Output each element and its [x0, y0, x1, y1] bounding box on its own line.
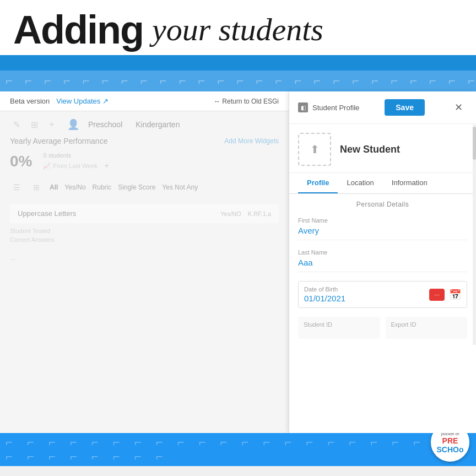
export-id-field[interactable]: Export ID [386, 317, 468, 339]
correct-answers-row: Correct Answers [10, 236, 279, 243]
ellipsis-row: ... [10, 254, 279, 262]
export-id-value [391, 330, 462, 334]
filter-row: ☰ ⊞ All Yes/No Rubric Single Score Yes N… [10, 176, 279, 198]
student-id-field[interactable]: Student ID [298, 317, 380, 339]
subject-name: Uppercase Letters [18, 209, 76, 218]
score-area: 0% 0 students 📈 From Last Week + [10, 152, 279, 171]
avatar-upload[interactable]: ⬆ [298, 133, 331, 166]
students-count: 0 students [43, 152, 109, 159]
student-tested-label: Student Tested [10, 228, 279, 234]
person-icon: 👤 [67, 118, 79, 131]
filter-grid-icon[interactable]: ⊞ [30, 181, 43, 194]
last-name-value[interactable]: Aaa [298, 258, 467, 272]
from-last-week: From Last Week [53, 163, 98, 169]
profile-header: ◧ Student Profile Save ✕ [289, 91, 476, 124]
edit-icon[interactable]: ✎ [10, 118, 23, 131]
subject-row: Uppercase Letters Yes/NO K.RF.1.a [10, 204, 279, 223]
header-section: Adding your students [0, 0, 476, 55]
tab-preschool[interactable]: Preschool [84, 118, 127, 131]
student-id-label: Student ID [304, 321, 375, 328]
filter-rubric[interactable]: Rubric [93, 183, 112, 191]
bottom-footer: pocket of PRE SCHOo [0, 433, 476, 466]
tab-profile[interactable]: Profile [298, 173, 338, 193]
personal-details-label: Personal Details [289, 194, 476, 213]
tab-information[interactable]: Information [383, 173, 436, 193]
title-your-students: your students [152, 14, 323, 46]
filter-single-score[interactable]: Single Score [118, 183, 155, 191]
top-bar: Beta version View Updates ↗ ↔ Return to … [0, 91, 289, 111]
main-content: Beta version View Updates ↗ ↔ Return to … [0, 91, 476, 433]
left-panel: Beta version View Updates ↗ ↔ Return to … [0, 91, 289, 433]
student-tested-row: Student Tested [10, 228, 279, 234]
avatar-area: ⬆ New Student [289, 124, 476, 173]
save-button[interactable]: Save [385, 99, 425, 116]
left-inner-content: ✎ ⊞ + 👤 Preschool Kindergarten Yearly Av… [0, 111, 289, 268]
clear-icon: ··· [434, 291, 439, 298]
dob-clear-button[interactable]: ··· [429, 289, 445, 301]
student-id-value [304, 330, 375, 334]
performance-row: Yearly Average Performance Add More Widg… [10, 137, 279, 145]
calendar-icon[interactable]: 📅 [449, 289, 461, 301]
logo-school-text: SCHOo [437, 445, 464, 454]
perf-title: Yearly Average Performance [10, 137, 107, 145]
filter-list-icon[interactable]: ☰ [10, 181, 23, 194]
filter-yesno[interactable]: Yes/No [64, 183, 85, 191]
export-id-label: Export ID [391, 321, 462, 328]
title-adding: Adding [13, 10, 143, 50]
dob-value[interactable]: 01/01/2021 [304, 294, 345, 303]
chart-icon: 📈 [43, 163, 51, 170]
profile-tabs: Profile Location Information [289, 173, 476, 194]
beta-label: Beta version [10, 97, 50, 105]
first-name-value[interactable]: Avery [298, 226, 467, 240]
last-name-group: Last Name Aaa [289, 245, 476, 277]
upload-icon: ⬆ [310, 143, 320, 156]
profile-title-area: ◧ Student Profile [298, 102, 359, 112]
add-more-widgets[interactable]: Add More Widgets [224, 137, 279, 145]
student-name: New Student [340, 144, 400, 155]
last-name-label: Last Name [298, 249, 467, 256]
plus-add-btn[interactable]: + [104, 161, 109, 171]
subject-tag2: K.RF.1.a [248, 210, 271, 217]
subject-tag1: Yes/NO [220, 210, 241, 217]
profile-content: Personal Details First Name Avery Last N… [289, 194, 476, 433]
correct-answers-label: Correct Answers [10, 236, 279, 243]
first-name-label: First Name [298, 217, 467, 224]
tab-kindergarten[interactable]: Kindergarten [131, 118, 184, 131]
dob-label: Date of Birth [304, 286, 345, 293]
dob-icons: ··· 📅 [429, 289, 461, 301]
icons-row: ✎ ⊞ + 👤 Preschool Kindergarten [10, 118, 279, 131]
logo-pre-text: PRE [442, 436, 458, 445]
profile-panel-title: Student Profile [312, 104, 359, 112]
filter-all[interactable]: All [50, 183, 58, 191]
bottom-fields-row: Student ID Export ID [289, 312, 476, 343]
view-updates-link[interactable]: View Updates ↗ [56, 97, 109, 105]
scroll-thumb[interactable] [473, 127, 476, 160]
pocket-of-preschool-logo: pocket of PRE SCHOo [431, 433, 469, 462]
pattern-strip-top [0, 71, 476, 91]
dob-inner: Date of Birth 01/01/2021 ··· 📅 [298, 281, 467, 308]
percent-value: 0% [10, 153, 32, 170]
return-old-link[interactable]: ↔ Return to Old ESGi [214, 98, 279, 105]
scrollbar[interactable] [473, 125, 476, 345]
add-icon[interactable]: + [45, 118, 58, 131]
dob-left: Date of Birth 01/01/2021 [304, 286, 345, 303]
blue-banner [0, 55, 476, 71]
profile-panel-icon: ◧ [298, 102, 308, 112]
student-profile-panel: ◧ Student Profile Save ✕ ⬆ New Student P… [289, 91, 476, 433]
tab-location[interactable]: Location [338, 173, 382, 193]
subject-tags: Yes/NO K.RF.1.a [220, 210, 271, 217]
first-name-group: First Name Avery [289, 213, 476, 245]
dob-field-group: Date of Birth 01/01/2021 ··· 📅 [289, 277, 476, 312]
close-button[interactable]: ✕ [450, 99, 467, 116]
filter-tag-any[interactable]: Yes Not Any [162, 183, 198, 191]
grid-icon[interactable]: ⊞ [28, 118, 41, 131]
